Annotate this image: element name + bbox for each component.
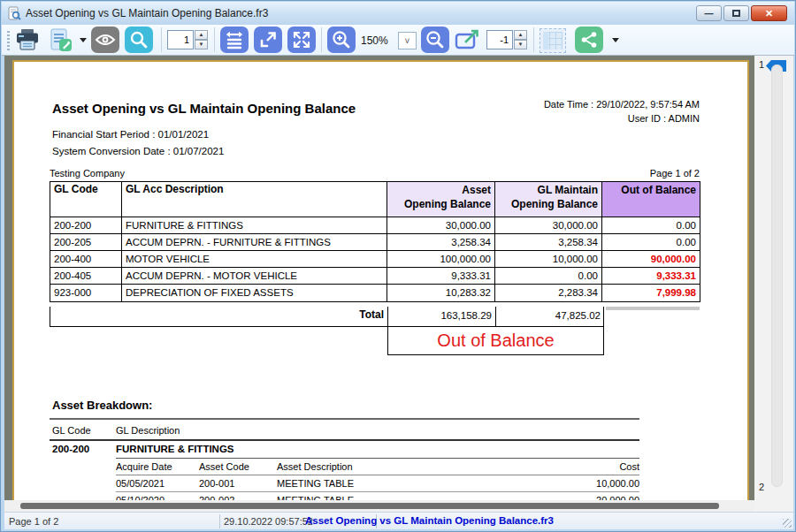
preview-area[interactable]: Asset Opening vs GL Maintain Opening Bal… (4, 56, 754, 500)
statusbar-timestamp: 29.10.2022 09:57:52 (224, 516, 313, 527)
table-row: 200-200 FURNITURE & FITTINGS 30,000.00 3… (50, 217, 700, 234)
asset-cell: 3,258.34 (387, 234, 495, 251)
asset-row-code: 200-001 (199, 478, 234, 489)
gl-desc-cell: DEPRECIATION OF FIXED ASSETS (122, 285, 387, 301)
report-title: Asset Opening vs GL Maintain Opening Bal… (52, 101, 356, 116)
out-cell: 0.00 (602, 234, 700, 251)
titlebar[interactable]: Asset Opening vs GL Maintain Opening Bal… (2, 2, 794, 25)
report-page-label: Page 1 of 2 (650, 168, 700, 179)
table-row: 200-205 ACCUM DEPRN. - FURNITURE & FITTI… (50, 234, 700, 251)
breakdown-group-desc: FURNITURE & FITTINGS (116, 444, 234, 454)
breakdown-gl-code-header: GL Code (52, 425, 91, 436)
fit-page-button[interactable] (254, 27, 282, 53)
total-asset: 163,158.29 (387, 307, 495, 326)
asset-row-date: 05/05/2021 (116, 478, 165, 489)
app-icon (7, 6, 21, 20)
fit-width-button[interactable] (220, 27, 249, 53)
gl-desc-cell: FURNITURE & FITTINGS (122, 217, 387, 234)
subheader-asset-code: Asset Code (199, 461, 249, 472)
header-asset-opening: Asset Opening Balance (387, 182, 495, 217)
export-dropdown-arrow[interactable] (80, 38, 87, 42)
subheader-acquire-date: Acquire Date (116, 461, 172, 472)
extra-number-input[interactable] (486, 30, 513, 49)
vertical-scrollbar[interactable] (771, 65, 783, 487)
gl-balance-table: GL Code GL Acc Description Asset Opening… (50, 181, 700, 302)
header-gl-desc: GL Acc Description (122, 182, 387, 217)
minimize-button[interactable]: — (696, 5, 722, 21)
maintain-cell: 10,000.00 (495, 251, 602, 268)
out-cell-alert: 90,000.00 (602, 251, 700, 268)
spin-up-icon[interactable]: ▲ (514, 30, 527, 40)
gl-code-cell: 200-200 (50, 217, 122, 234)
header-gl-maintain: GL Maintain Opening Balance (495, 182, 602, 217)
gl-desc-cell: ACCUM DEPRN. - FURNITURE & FITTINGS (122, 234, 387, 251)
maximize-icon (732, 10, 740, 17)
spin-down-icon[interactable]: ▼ (195, 40, 208, 49)
system-conversion-date: System Conversion Date : 01/07/2021 (52, 146, 224, 156)
header-gl-code: GL Code (50, 182, 122, 217)
header-out-of-balance: Out of Balance (602, 182, 700, 217)
zoom-out-button[interactable] (421, 27, 449, 53)
breakdown-heading: Asset Breakdown: (52, 399, 318, 412)
asset-cell: 10,283.32 (387, 285, 495, 301)
toolbar: ▲ ▼ (2, 25, 794, 56)
toolbar-separator (321, 27, 322, 52)
zoom-dropdown[interactable]: ˅ (398, 32, 417, 49)
zoom-in-button[interactable] (327, 27, 356, 53)
gl-code-cell: 200-400 (50, 251, 122, 268)
divider (116, 458, 639, 459)
gl-desc-cell: MOTOR VEHICLE (122, 251, 387, 268)
spin-down-icon[interactable]: ▼ (514, 40, 527, 49)
zoom-in-icon (331, 29, 352, 50)
watermark-view-button[interactable] (91, 27, 119, 53)
total-row: Total 163,158.29 47,825.02 (50, 307, 604, 327)
maintain-cell: 0.00 (495, 268, 602, 285)
page-number-input[interactable] (167, 30, 194, 49)
asset-cell: 100,000.00 (387, 251, 495, 268)
share-button[interactable] (575, 27, 603, 53)
asset-cell: 30,000.00 (387, 217, 495, 234)
maintain-cell: 3,258.34 (495, 234, 602, 251)
find-button[interactable] (125, 27, 153, 53)
table-row: 200-400 MOTOR VEHICLE 100,000.00 10,000.… (50, 251, 700, 268)
edit-page-icon (455, 28, 479, 51)
asset-cell: 9,333.31 (387, 268, 495, 285)
asset-row-desc: MEETING TABLE (277, 478, 354, 489)
extra-number-spinner: ▲ ▼ (514, 30, 527, 49)
full-screen-button[interactable] (287, 27, 316, 53)
share-dropdown-arrow[interactable] (612, 38, 619, 42)
breakdown-gl-desc-header: GL Description (116, 425, 180, 436)
report-datetime: Date Time : 29/10/2022, 9:57:54 AM (544, 97, 700, 111)
printer-icon (15, 28, 40, 51)
print-button[interactable] (13, 27, 42, 53)
maintain-cell: 30,000.00 (495, 217, 602, 234)
page-settings-button[interactable] (540, 28, 566, 53)
total-maintain: 47,825.02 (495, 307, 604, 326)
page-number-box: ▲ ▼ (167, 30, 208, 49)
page-grid-icon (543, 32, 563, 49)
page-indicator-1: 1 (759, 59, 764, 70)
report-page: Asset Opening vs GL Maintain Opening Bal… (12, 60, 749, 500)
close-button[interactable]: ✕ (751, 5, 787, 21)
share-icon (578, 29, 600, 50)
spin-up-icon[interactable]: ▲ (195, 30, 208, 40)
maximize-button[interactable] (723, 5, 749, 21)
export-button[interactable] (47, 27, 75, 53)
divider (116, 491, 639, 492)
gl-desc-cell: ACCUM DEPRN. - MOTOR VEHICLE (122, 268, 387, 285)
out-cell-alert: 7,999.98 (602, 285, 700, 301)
edit-page-button[interactable] (453, 27, 481, 53)
resize-grip[interactable] (783, 519, 792, 528)
toolbar-grip[interactable] (7, 31, 10, 50)
horizontal-scrollbar-thumb[interactable] (20, 503, 719, 509)
statusbar: Page 1 of 2 29.10.2022 09:57:52 Asset Op… (4, 512, 793, 529)
report-info: Date Time : 29/10/2022, 9:57:54 AM User … (544, 97, 700, 125)
company-name: Testing Company (50, 168, 125, 179)
toolbar-separator (214, 27, 215, 52)
asset-row-cost: 10,000.00 (551, 478, 639, 489)
divider (50, 439, 639, 441)
toolbar-separator (533, 27, 534, 52)
horizontal-scrollbar[interactable] (4, 500, 754, 512)
export-document-icon (50, 28, 73, 52)
statusbar-separator (219, 514, 220, 528)
